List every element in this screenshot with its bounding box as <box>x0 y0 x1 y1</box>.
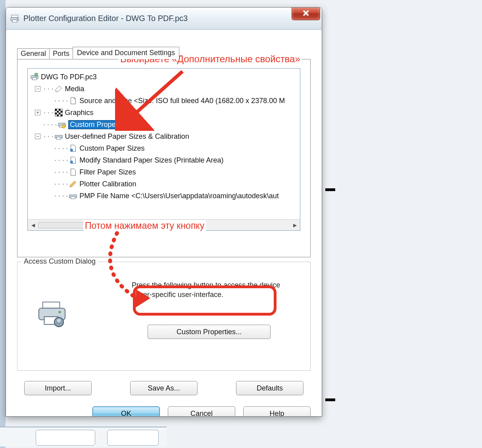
background-tick <box>325 188 335 191</box>
tree-label: Source and Size <Size: ISO full bleed 4A… <box>79 97 285 105</box>
scroll-right-icon[interactable]: ▶ <box>290 220 300 230</box>
tree-item-plotter-calibration[interactable]: ···· Plotter Calibration <box>30 178 300 190</box>
group-legend: Access Custom Dialog <box>21 257 98 266</box>
tree-item-graphics[interactable]: + ··· Graphics <box>30 107 300 119</box>
svg-point-18 <box>62 124 65 128</box>
svg-rect-0 <box>12 15 18 17</box>
plotter-icon <box>30 73 39 81</box>
tree-label-selected: Custom Properties <box>68 120 131 129</box>
eraser-icon <box>54 84 63 93</box>
group-description: Press the following button to access the… <box>132 280 290 300</box>
svg-rect-24 <box>71 197 75 199</box>
close-icon: ✕ <box>302 8 309 19</box>
collapse-icon[interactable]: − <box>35 134 40 139</box>
tree-root[interactable]: DWG To PDF.pc3 <box>30 71 300 83</box>
page-icon <box>69 96 77 105</box>
printer-settings-icon <box>58 120 66 129</box>
page-icon <box>69 168 77 176</box>
svg-point-22 <box>70 161 73 163</box>
svg-rect-8 <box>55 109 57 111</box>
background-toolbar-hint <box>0 427 167 446</box>
help-button[interactable]: Help <box>243 406 311 417</box>
svg-rect-13 <box>59 113 61 115</box>
page-edit-icon <box>69 156 77 165</box>
tree-label: Graphics <box>65 109 94 117</box>
svg-rect-2 <box>12 20 17 22</box>
defaults-button[interactable]: Defaults <box>236 381 303 395</box>
cancel-button[interactable]: Cancel <box>168 406 235 417</box>
window-title: Plotter Configuration Editor - DWG To PD… <box>23 14 188 23</box>
tree-item-source-size[interactable]: ···· Source and Size <Size: ISO full ble… <box>30 95 300 107</box>
button-row-top: Import... Save As... Defaults <box>24 381 303 395</box>
svg-rect-14 <box>57 115 59 117</box>
dialog-window: Plotter Configuration Editor - DWG To PD… <box>6 7 322 417</box>
access-custom-dialog-group: Access Custom Dialog Press the following… <box>17 262 311 371</box>
import-button[interactable]: Import... <box>24 381 92 395</box>
svg-rect-20 <box>56 137 61 140</box>
expand-icon[interactable]: + <box>35 110 40 115</box>
tree-view[interactable]: DWG To PDF.pc3 − ··· Media ···· Source a… <box>27 68 300 231</box>
tab-device-settings[interactable]: Device and Document Settings <box>73 47 179 59</box>
svg-point-28 <box>59 311 61 313</box>
printer-large-icon <box>36 300 67 328</box>
svg-rect-9 <box>59 109 61 111</box>
svg-rect-12 <box>55 113 57 115</box>
tab-ports[interactable]: Ports <box>49 48 73 59</box>
tree-item-media[interactable]: − ··· Media <box>30 83 300 95</box>
svg-rect-11 <box>60 111 62 113</box>
plotter-small-icon <box>54 132 63 141</box>
svg-point-30 <box>57 319 61 323</box>
tree-label: DWG To PDF.pc3 <box>41 73 97 81</box>
button-row-bottom: OK Cancel Help <box>6 406 311 417</box>
tree-label: Filter Paper Sizes <box>79 168 136 176</box>
tree-label: PMP File Name <C:\Users\User\appdata\roa… <box>79 192 278 200</box>
collapse-icon[interactable]: − <box>35 86 40 92</box>
tree-item-custom-paper[interactable]: ···· Custom Paper Sizes <box>30 142 300 154</box>
tab-general[interactable]: General <box>17 48 50 59</box>
printer-icon <box>10 14 19 23</box>
tree-item-user-defined[interactable]: − ··· User-defined Paper Sizes & Calibra… <box>30 130 300 142</box>
tree-label: User-defined Paper Sizes & Calibration <box>65 132 189 141</box>
checker-icon <box>54 108 63 117</box>
background-strip <box>0 0 6 448</box>
svg-rect-10 <box>57 111 59 113</box>
tree-item-custom-properties[interactable]: ···· Custom Properties <box>30 119 300 130</box>
svg-point-21 <box>70 149 73 151</box>
custom-properties-button[interactable]: Custom Properties... <box>148 325 271 339</box>
titlebar[interactable]: Plotter Configuration Editor - DWG To PD… <box>6 8 322 30</box>
tree-label: Custom Paper Sizes <box>79 144 144 153</box>
svg-rect-6 <box>35 73 37 76</box>
page-plus-icon <box>69 144 77 153</box>
tree-item-modify-paper[interactable]: ···· Modify Standard Paper Sizes (Printa… <box>30 154 300 166</box>
tree-item-pmp-file[interactable]: ···· PMP File Name <C:\Users\User\appdat… <box>30 190 300 202</box>
tree-label: Plotter Calibration <box>79 180 136 188</box>
close-button[interactable]: ✕ <box>292 7 320 20</box>
pencil-icon <box>69 180 77 188</box>
plotter-small-icon <box>69 191 77 200</box>
tab-strip: General Ports Device and Document Settin… <box>17 47 179 59</box>
tree-label: Media <box>65 85 84 93</box>
save-as-button[interactable]: Save As... <box>130 381 198 395</box>
tree-item-filter-paper[interactable]: ···· Filter Paper Sizes <box>30 166 300 178</box>
ok-button[interactable]: OK <box>92 406 160 417</box>
background-tick <box>325 398 335 401</box>
annotation-text-2: Потом нажимаем эту кнопку <box>83 220 206 232</box>
svg-rect-25 <box>43 302 60 308</box>
svg-rect-15 <box>60 115 62 117</box>
tree-label: Modify Standard Paper Sizes (Printable A… <box>79 156 223 165</box>
svg-point-3 <box>17 18 17 19</box>
scroll-left-icon[interactable]: ◀ <box>28 220 38 230</box>
svg-rect-5 <box>33 78 37 80</box>
